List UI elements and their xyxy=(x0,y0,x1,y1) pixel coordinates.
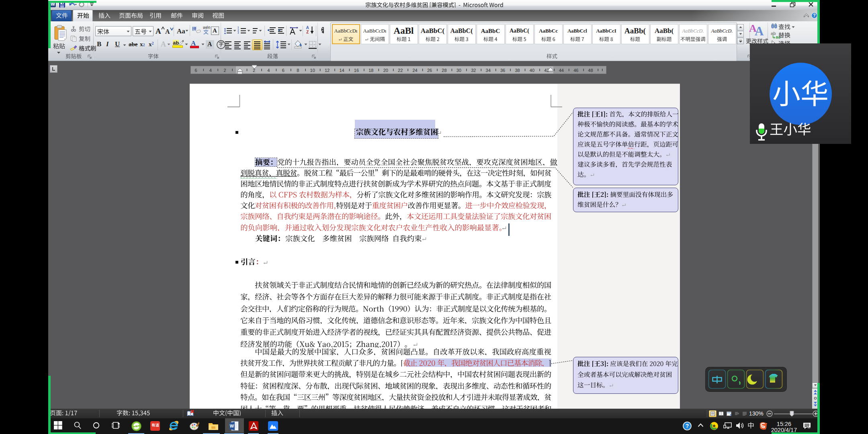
svg-text:?: ? xyxy=(686,423,689,429)
svg-text:W: W xyxy=(230,424,234,428)
